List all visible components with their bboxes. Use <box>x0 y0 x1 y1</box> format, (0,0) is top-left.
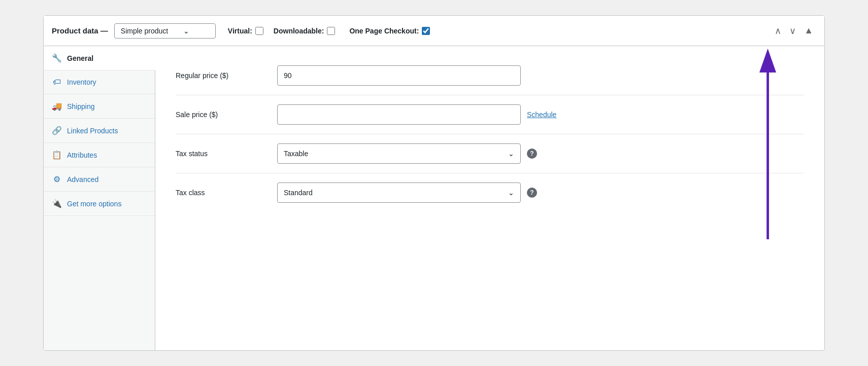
main-content: Regular price ($) Sale price ($) Schedul… <box>155 46 824 350</box>
sidebar-label-get-more-options: Get more options <box>67 200 121 208</box>
tax-class-row: Tax class Standard ⌄ ? <box>176 173 804 212</box>
sidebar-label-advanced: Advanced <box>67 175 98 184</box>
sidebar-label-general: General <box>67 54 93 62</box>
opc-checkbox[interactable] <box>422 27 430 35</box>
list-icon: 📋 <box>52 150 62 160</box>
sidebar: 🔧 General 🏷 Inventory 🚚 Shipping 🔗 Linke… <box>44 46 155 350</box>
tax-class-value: Standard <box>284 189 313 197</box>
truck-icon: 🚚 <box>52 101 62 111</box>
sidebar-label-attributes: Attributes <box>67 151 97 159</box>
downloadable-label: Downloadable: <box>274 27 324 35</box>
panel-title: Product data — <box>52 26 108 35</box>
tax-class-select[interactable]: Standard ⌄ <box>277 182 521 203</box>
sale-price-row: Sale price ($) Schedule <box>176 95 804 134</box>
sidebar-label-linked-products: Linked Products <box>67 127 118 135</box>
tax-status-select[interactable]: Taxable ⌄ <box>277 143 521 164</box>
wrench-icon: 🔧 <box>52 53 62 63</box>
gear-icon: ⚙ <box>52 174 62 184</box>
sale-price-input[interactable] <box>277 104 521 125</box>
sale-price-wrap: Schedule <box>277 104 804 125</box>
regular-price-wrap <box>277 65 804 86</box>
downloadable-group: Downloadable: <box>274 27 336 35</box>
opc-group: One Page Checkout: <box>349 27 430 35</box>
header-checkboxes: Virtual: Downloadable: One Page Checkout… <box>228 27 430 35</box>
plug-icon: 🔌 <box>52 199 62 208</box>
sidebar-item-advanced[interactable]: ⚙ Advanced <box>44 167 155 192</box>
collapse-down-button[interactable]: ∨ <box>786 23 799 39</box>
sidebar-item-general[interactable]: 🔧 General <box>44 46 155 70</box>
tax-status-value: Taxable <box>284 150 308 158</box>
tax-class-label: Tax class <box>176 189 277 197</box>
sidebar-label-inventory: Inventory <box>67 78 96 86</box>
virtual-group: Virtual: <box>228 27 263 35</box>
tax-status-row: Tax status Taxable ⌄ ? <box>176 134 804 173</box>
virtual-label: Virtual: <box>228 27 252 35</box>
panel-body: 🔧 General 🏷 Inventory 🚚 Shipping 🔗 Linke… <box>44 46 824 350</box>
product-data-panel: Product data — Simple product ⌄ Virtual:… <box>43 15 825 351</box>
schedule-link[interactable]: Schedule <box>527 111 556 119</box>
product-type-value: Simple product <box>121 27 168 35</box>
tax-class-wrap: Standard ⌄ ? <box>277 182 804 203</box>
downloadable-checkbox[interactable] <box>327 27 335 35</box>
opc-label: One Page Checkout: <box>349 27 419 35</box>
header-actions: ∧ ∨ ▲ <box>772 23 816 39</box>
tax-status-wrap: Taxable ⌄ ? <box>277 143 804 164</box>
sale-price-label: Sale price ($) <box>176 111 277 119</box>
sidebar-item-shipping[interactable]: 🚚 Shipping <box>44 94 155 119</box>
virtual-checkbox[interactable] <box>255 27 263 35</box>
product-type-select[interactable]: Simple product ⌄ <box>114 23 216 39</box>
tax-status-label: Tax status <box>176 150 277 158</box>
sidebar-item-linked-products[interactable]: 🔗 Linked Products <box>44 119 155 143</box>
sidebar-item-inventory[interactable]: 🏷 Inventory <box>44 70 155 94</box>
collapse-toggle-button[interactable]: ▲ <box>801 23 816 38</box>
sidebar-label-shipping: Shipping <box>67 102 95 111</box>
sidebar-item-get-more-options[interactable]: 🔌 Get more options <box>44 192 155 216</box>
regular-price-row: Regular price ($) <box>176 56 804 95</box>
link-icon: 🔗 <box>52 126 62 135</box>
collapse-up-button[interactable]: ∧ <box>772 23 784 39</box>
regular-price-input[interactable] <box>277 65 521 86</box>
chevron-down-icon: ⌄ <box>183 27 189 35</box>
tax-class-help-icon[interactable]: ? <box>527 188 537 198</box>
chevron-down-icon: ⌄ <box>508 150 514 158</box>
panel-header: Product data — Simple product ⌄ Virtual:… <box>44 16 824 46</box>
sidebar-item-attributes[interactable]: 📋 Attributes <box>44 143 155 167</box>
chevron-down-icon: ⌄ <box>508 189 514 197</box>
tag-icon: 🏷 <box>52 78 62 87</box>
regular-price-label: Regular price ($) <box>176 71 277 80</box>
tax-status-help-icon[interactable]: ? <box>527 149 537 159</box>
